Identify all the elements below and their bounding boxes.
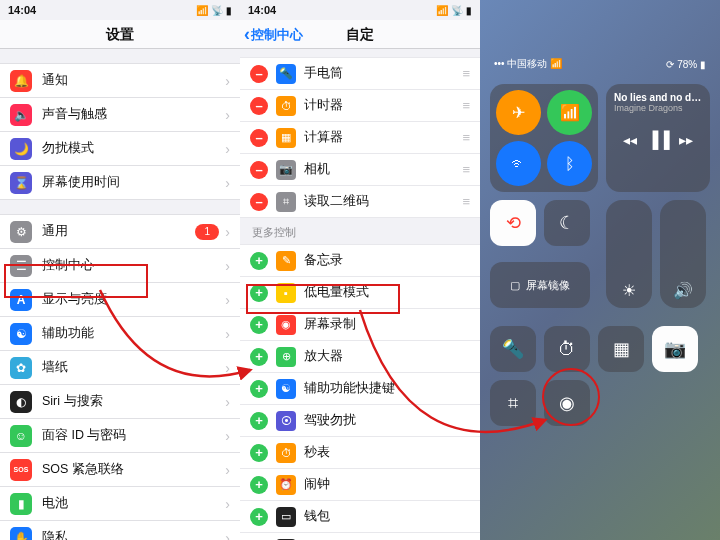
add-button[interactable]: +: [250, 412, 268, 430]
control-row[interactable]: +✎备忘录: [240, 244, 480, 276]
qr-scanner[interactable]: ⌗: [490, 380, 536, 426]
add-button[interactable]: +: [250, 252, 268, 270]
row-icon: ✿: [10, 357, 32, 379]
drag-handle-icon[interactable]: ≡: [462, 194, 470, 209]
row-label: Siri 与搜索: [42, 393, 225, 410]
remove-button[interactable]: –: [250, 65, 268, 83]
remove-button[interactable]: –: [250, 161, 268, 179]
control-row[interactable]: –🔦手电筒≡: [240, 57, 480, 89]
remove-button[interactable]: –: [250, 193, 268, 211]
row-label: 计时器: [304, 97, 458, 114]
song-artist: Imagine Dragons: [614, 103, 702, 113]
do-not-disturb[interactable]: ☾: [544, 200, 590, 246]
settings-row[interactable]: ☺面容 ID 与密码›: [0, 418, 240, 452]
drag-handle-icon[interactable]: ≡: [462, 130, 470, 145]
settings-row[interactable]: A显示与亮度›: [0, 282, 240, 316]
settings-row[interactable]: ⌛屏幕使用时间›: [0, 165, 240, 200]
back-button[interactable]: 控制中心: [244, 20, 303, 49]
next-icon[interactable]: ▸▸: [679, 132, 693, 148]
chevron-icon: ›: [225, 107, 230, 123]
calculator[interactable]: ▦: [598, 326, 644, 372]
control-row[interactable]: +☯辅助功能快捷键: [240, 372, 480, 404]
flashlight[interactable]: 🔦: [490, 326, 536, 372]
control-row[interactable]: –▦计算器≡: [240, 121, 480, 153]
row-icon: ▮: [10, 493, 32, 515]
chevron-icon: ›: [225, 462, 230, 478]
drag-handle-icon[interactable]: ≡: [462, 162, 470, 177]
chevron-icon: ›: [225, 224, 230, 240]
settings-row[interactable]: SOSSOS 紧急联络›: [0, 452, 240, 486]
drag-handle-icon[interactable]: ≡: [462, 98, 470, 113]
row-icon: ☺: [10, 425, 32, 447]
volume-slider[interactable]: 🔊: [660, 200, 706, 308]
status-bar: ••• 中国移动 📶 ⟳ 78% ▮: [480, 54, 720, 74]
row-label: 相机: [304, 161, 458, 178]
orientation-lock[interactable]: ⟲: [490, 200, 536, 246]
settings-row[interactable]: ☰控制中心›: [0, 248, 240, 282]
page-title: 设置: [0, 20, 240, 49]
add-button[interactable]: +: [250, 316, 268, 334]
add-button[interactable]: +: [250, 284, 268, 302]
play-icon[interactable]: ▐▐: [647, 131, 670, 149]
airplane-toggle[interactable]: ✈: [496, 90, 541, 135]
bluetooth-toggle[interactable]: ᛒ: [547, 141, 592, 186]
settings-row[interactable]: ✋隐私›: [0, 520, 240, 540]
control-row[interactable]: +⊕放大器: [240, 340, 480, 372]
remove-button[interactable]: –: [250, 129, 268, 147]
control-row[interactable]: +⏱秒表: [240, 436, 480, 468]
chevron-icon: ›: [225, 141, 230, 157]
add-button[interactable]: +: [250, 348, 268, 366]
screen-record-button[interactable]: ◉: [544, 380, 590, 426]
settings-row[interactable]: ✿墙纸›: [0, 350, 240, 384]
row-icon: ☯: [10, 323, 32, 345]
add-button[interactable]: +: [250, 380, 268, 398]
wifi-toggle[interactable]: ᯤ: [496, 141, 541, 186]
add-button[interactable]: +: [250, 476, 268, 494]
control-row[interactable]: +▪低电量模式: [240, 276, 480, 308]
brightness-slider[interactable]: ☀: [606, 200, 652, 308]
screen-mirroring[interactable]: ▢ 屏幕镜像: [490, 262, 590, 308]
settings-row[interactable]: ▮电池›: [0, 486, 240, 520]
control-row[interactable]: –📷相机≡: [240, 153, 480, 185]
add-button[interactable]: +: [250, 444, 268, 462]
control-row[interactable]: –⏱计时器≡: [240, 89, 480, 121]
row-label: 声音与触感: [42, 106, 225, 123]
prev-icon[interactable]: ◂◂: [623, 132, 637, 148]
row-label: SOS 紧急联络: [42, 461, 225, 478]
page-title: 控制中心 自定: [240, 20, 480, 49]
control-center-pane: ••• 中国移动 📶 ⟳ 78% ▮ ✈ 📶 ᯤ ᛒ No lies and n…: [480, 0, 720, 540]
control-row[interactable]: +⦿驾驶勿扰: [240, 404, 480, 436]
row-icon: ⌛: [10, 172, 32, 194]
status-indicators: 📶 📡 ▮: [196, 5, 232, 16]
settings-row[interactable]: 🔈声音与触感›: [0, 97, 240, 131]
settings-row[interactable]: ☯辅助功能›: [0, 316, 240, 350]
settings-row[interactable]: 🔔通知›: [0, 63, 240, 97]
control-row[interactable]: +⏰闹钟: [240, 468, 480, 500]
row-label: 显示与亮度: [42, 291, 225, 308]
chevron-icon: ›: [225, 175, 230, 191]
remove-button[interactable]: –: [250, 97, 268, 115]
control-row[interactable]: +▭钱包: [240, 500, 480, 532]
control-row[interactable]: +◉屏幕录制: [240, 308, 480, 340]
row-label: 通知: [42, 72, 225, 89]
chevron-icon: ›: [225, 496, 230, 512]
connectivity-tile[interactable]: ✈ 📶 ᯤ ᛒ: [490, 84, 598, 192]
row-icon: ▪: [276, 283, 296, 303]
control-row[interactable]: +◐深色模式: [240, 532, 480, 540]
settings-row[interactable]: 🌙勿扰模式›: [0, 131, 240, 165]
row-icon: ◉: [276, 315, 296, 335]
media-tile[interactable]: No lies and no d… Imagine Dragons ◂◂ ▐▐ …: [606, 84, 710, 192]
drag-handle-icon[interactable]: ≡: [462, 66, 470, 81]
camera[interactable]: 📷: [652, 326, 698, 372]
row-label: 驾驶勿扰: [304, 412, 470, 429]
cellular-toggle[interactable]: 📶: [547, 90, 592, 135]
settings-row[interactable]: ◐Siri 与搜索›: [0, 384, 240, 418]
status-time: 14:04: [8, 4, 36, 16]
row-icon: ⌗: [276, 192, 296, 212]
row-icon: ▦: [276, 128, 296, 148]
row-icon: 🔦: [276, 64, 296, 84]
add-button[interactable]: +: [250, 508, 268, 526]
control-row[interactable]: –⌗读取二维码≡: [240, 185, 480, 218]
settings-row[interactable]: ⚙通用1›: [0, 214, 240, 248]
timer[interactable]: ⏱: [544, 326, 590, 372]
